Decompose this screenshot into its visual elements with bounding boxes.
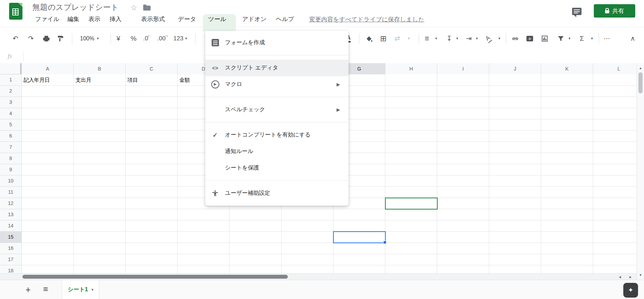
currency-format-icon[interactable]: ¥ [117, 27, 120, 50]
cell-L9[interactable] [593, 164, 637, 175]
cell-K6[interactable] [541, 131, 593, 142]
menu-item-オートコンプリートを有効にする[interactable]: ✓オートコンプリートを有効にする [205, 127, 348, 143]
column-header-A[interactable]: A [22, 63, 74, 75]
cell-K8[interactable] [541, 153, 593, 164]
cell-C17[interactable] [126, 254, 178, 265]
cell-I12[interactable] [437, 198, 489, 209]
cell-L16[interactable] [593, 243, 637, 254]
menubar-item-ヘルプ[interactable]: ヘルプ [276, 14, 294, 25]
comments-icon[interactable] [572, 8, 582, 15]
cell-L12[interactable] [593, 198, 637, 209]
cell-I11[interactable] [437, 187, 489, 198]
vertical-scrollbar[interactable]: ▴ ▾ [637, 63, 644, 280]
cell-I4[interactable] [437, 108, 489, 119]
fill-color-icon[interactable] [365, 27, 372, 50]
row-header-15[interactable]: 15 [0, 232, 22, 243]
cell-H16[interactable] [385, 243, 437, 254]
menu-item-フォームを作成[interactable]: フォームを作成 [205, 34, 348, 51]
cell-B3[interactable] [74, 97, 126, 108]
cell-A12[interactable] [22, 198, 74, 209]
add-sheet-icon[interactable]: + [22, 283, 34, 296]
star-icon[interactable]: ☆ [131, 4, 137, 12]
sheet-tab[interactable]: シート1 ▾ [62, 280, 99, 299]
cell-I5[interactable] [437, 119, 489, 131]
cell-I8[interactable] [437, 153, 489, 164]
cell-A7[interactable] [22, 142, 74, 153]
cell-D15[interactable] [178, 232, 230, 243]
menubar-item-ファイル[interactable]: ファイル [35, 14, 60, 25]
row-header-12[interactable]: 12 [0, 198, 22, 209]
cell-K4[interactable] [541, 108, 593, 119]
cell-I13[interactable] [437, 209, 489, 220]
filter-icon[interactable] [557, 27, 564, 50]
cell-K13[interactable] [541, 209, 593, 220]
cell-G17[interactable] [333, 254, 385, 265]
cell-I16[interactable] [437, 243, 489, 254]
scroll-up-icon[interactable]: ▴ [637, 64, 644, 72]
cell-B17[interactable] [74, 254, 126, 265]
cell-L15[interactable] [593, 232, 637, 243]
cell-H1[interactable] [385, 74, 437, 86]
cell-B9[interactable] [74, 164, 126, 175]
cell-I17[interactable] [437, 254, 489, 265]
row-header-13[interactable]: 13 [0, 209, 22, 220]
redo-icon[interactable]: ↷ [28, 27, 34, 50]
column-header-K[interactable]: K [541, 63, 593, 75]
cell-B13[interactable] [74, 209, 126, 220]
cell-K10[interactable] [541, 175, 593, 187]
cell-L5[interactable] [593, 119, 637, 131]
cell-E17[interactable] [230, 254, 281, 265]
cell-C7[interactable] [126, 142, 178, 153]
cell-K5[interactable] [541, 119, 593, 131]
insert-chart-icon[interactable] [541, 27, 548, 50]
cell-H2[interactable] [385, 86, 437, 97]
row-header-4[interactable]: 4 [0, 108, 22, 119]
cell-B5[interactable] [74, 119, 126, 131]
row-header-10[interactable]: 10 [0, 175, 22, 187]
cell-J17[interactable] [489, 254, 541, 265]
row-header-14[interactable]: 14 [0, 220, 22, 232]
cell-L11[interactable] [593, 187, 637, 198]
vertical-scrollbar-thumb[interactable] [638, 72, 643, 93]
cell-H17[interactable] [385, 254, 437, 265]
cell-A8[interactable] [22, 153, 74, 164]
cell-C1[interactable]: 項目 [126, 74, 178, 86]
cell-J10[interactable] [489, 175, 541, 187]
cell-L3[interactable] [593, 97, 637, 108]
cell-E16[interactable] [230, 243, 281, 254]
cell-B8[interactable] [74, 153, 126, 164]
undo-icon[interactable]: ↶ [13, 27, 18, 50]
cell-H4[interactable] [385, 108, 437, 119]
cell-C16[interactable] [126, 243, 178, 254]
column-header-J[interactable]: J [489, 63, 541, 75]
row-header-7[interactable]: 7 [0, 142, 22, 153]
cell-A3[interactable] [22, 97, 74, 108]
cell-K11[interactable] [541, 187, 593, 198]
cell-L8[interactable] [593, 153, 637, 164]
cell-G18[interactable] [333, 265, 385, 273]
cell-C4[interactable] [126, 108, 178, 119]
menubar-item-挿入[interactable]: 挿入 [109, 14, 121, 25]
cell-A5[interactable] [22, 119, 74, 131]
cell-A16[interactable] [22, 243, 74, 254]
merge-dropdown-icon[interactable]: ▾ [408, 27, 410, 50]
cell-L10[interactable] [593, 175, 637, 187]
cell-J9[interactable] [489, 164, 541, 175]
row-header-6[interactable]: 6 [0, 131, 22, 142]
cell-K18[interactable] [541, 265, 593, 273]
scroll-down-icon[interactable]: ▾ [637, 271, 644, 279]
horizontal-align-dropdown-icon[interactable]: ▾ [435, 27, 437, 50]
cell-K14[interactable] [541, 220, 593, 232]
column-header-I[interactable]: I [437, 63, 489, 75]
cell-K1[interactable] [541, 74, 593, 86]
cell-I10[interactable] [437, 175, 489, 187]
number-format-icon[interactable]: 123▾ [173, 27, 187, 50]
cell-J8[interactable] [489, 153, 541, 164]
row-header-9[interactable]: 9 [0, 164, 22, 175]
menubar-item-表示[interactable]: 表示 [88, 14, 100, 25]
cell-C6[interactable] [126, 131, 178, 142]
cell-A6[interactable] [22, 131, 74, 142]
cell-G13[interactable] [333, 209, 385, 220]
horizontal-scrollbar[interactable]: ◂ ▸ [0, 273, 637, 280]
cell-L7[interactable] [593, 142, 637, 153]
